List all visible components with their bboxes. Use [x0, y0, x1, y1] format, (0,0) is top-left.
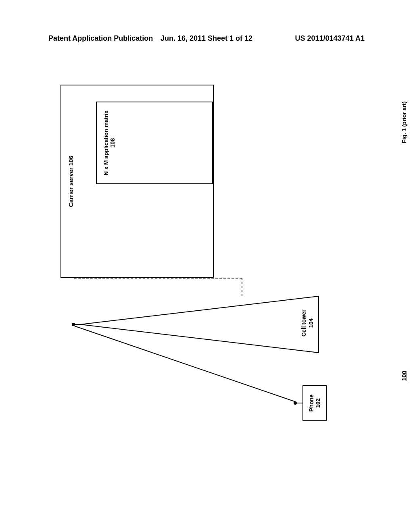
page-header: Patent Application Publication Jun. 16, …	[0, 34, 413, 43]
server-label: Carrier server 106	[67, 85, 74, 277]
header-date-sheet: Jun. 16, 2011 Sheet 1 of 12	[154, 34, 259, 43]
phone-box: Phone 102	[302, 385, 327, 421]
svg-point-1	[294, 401, 297, 405]
diagram-container: Phone 102 Cell tower 104 Carrier server …	[48, 66, 339, 445]
diagram-rotated: Phone 102 Cell tower 104 Carrier server …	[48, 66, 339, 445]
svg-line-5	[75, 326, 296, 402]
tower-label-group: Cell tower 104	[300, 310, 315, 337]
phone-label: Phone	[308, 395, 315, 412]
matrix-box: N x M application matrix 108	[96, 102, 213, 184]
svg-marker-2	[81, 296, 319, 353]
matrix-ref: 108	[109, 138, 116, 148]
main-reference-number: 100	[400, 371, 407, 381]
matrix-label: N x M application matrix	[103, 110, 109, 175]
header-patent-number: US 2011/0143741 A1	[259, 34, 365, 43]
tower-ref: 104	[307, 310, 315, 337]
tower-label: Cell tower	[300, 310, 307, 337]
phone-ref: 102	[315, 398, 321, 407]
header-publication: Patent Application Publication	[48, 34, 154, 43]
svg-point-4	[72, 323, 75, 326]
server-box: Carrier server 106 N x M application mat…	[60, 85, 214, 278]
figure-caption: Fig. 1 (prior art)	[401, 102, 407, 143]
